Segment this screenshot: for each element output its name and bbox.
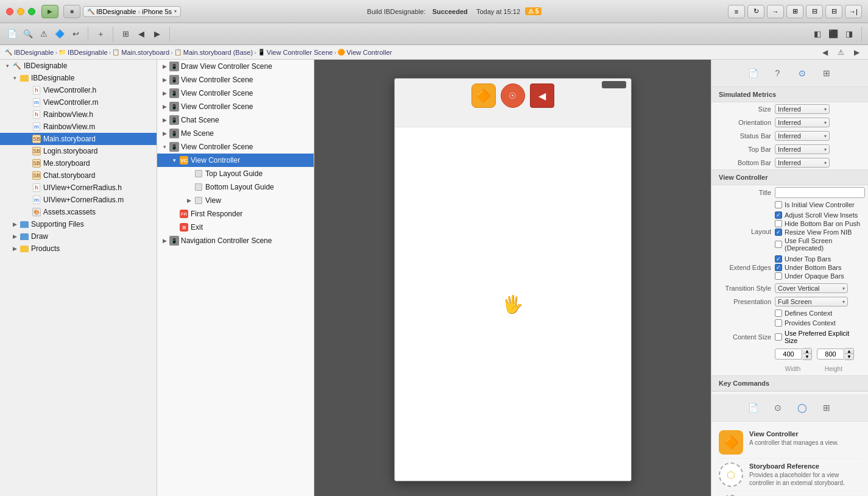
breadcrumb-back[interactable]: ◀ [818,46,831,59]
outline-view-controller[interactable]: ▾ VC View Controller [157,154,314,167]
outline-view[interactable]: ▶ View [157,194,314,207]
sidebar-item-viewcontroller-h[interactable]: h ViewController.h [0,84,157,96]
layout3-button[interactable]: ⊟ [825,5,842,18]
breadcrumb-base[interactable]: 📋 Main.storyboard (Base) [174,49,253,56]
provides-context-checkbox[interactable] [775,319,782,327]
sidebar-item-supporting-files[interactable]: ▶ Supporting Files [0,218,157,230]
breadcrumb-ibdesignable1[interactable]: 🔨 IBDesignable [5,49,54,56]
defines-context-checkbox[interactable] [775,310,782,317]
outline-nav-controller-scene[interactable]: ▶ 📱 Navigation Controller Scene [157,234,314,247]
breadcrumb-vc[interactable]: 🟠 View Controller [337,49,392,56]
outline-chat-scene[interactable]: ▶ 📱 Chat Scene [157,113,314,127]
sidebar-item-assets[interactable]: 🎨 Assets.xcassets [0,206,157,218]
layout2-button[interactable]: ⊟ [806,5,823,18]
width-input[interactable] [775,349,802,360]
height-input[interactable] [817,349,844,360]
height-up[interactable]: ▲ [845,349,853,354]
outline-exit[interactable]: ⊠ Exit [157,221,314,234]
under-bottom-bars-checkbox[interactable] [775,264,782,271]
obj-lib-circle-btn[interactable]: ◯ [794,399,811,416]
use-preferred-explicit-size-checkbox[interactable] [775,333,782,341]
outline-first-responder[interactable]: FR First Responder [157,207,314,221]
size-select[interactable]: Inferred ▾ [775,104,830,114]
transition-style-select[interactable]: Cover Vertical ▾ [775,283,848,293]
title-input[interactable] [775,187,865,198]
breadcrumb-forward[interactable]: ▶ [850,46,863,59]
scheme-selector[interactable]: 🔨 IBDesignable › iPhone 5s ▾ [83,6,181,17]
warning-badge[interactable]: ⚠ 5 [525,7,542,15]
use-full-screen-checkbox[interactable] [775,241,782,248]
minimize-button[interactable] [17,8,24,15]
bottom-bar-select[interactable]: Inferred ▾ [775,158,830,168]
sidebar-item-viewcontroller-m[interactable]: m ViewController.m [0,96,157,108]
breakpoint-button[interactable]: 🔷 [52,27,67,41]
stop-button[interactable]: ■ [63,5,80,18]
sidebar-item-rainbowview-m[interactable]: m RainbowView.m [0,121,157,133]
obj-lib-file-btn[interactable]: 📄 [745,399,762,416]
sidebar-item-draw[interactable]: ▶ Draw [0,230,157,243]
presentation-select[interactable]: Full Screen ▾ [775,297,848,306]
sidebar-item-ibdesignable-group[interactable]: ▾ IBDesignable [0,72,157,84]
height-stepper[interactable]: ▲ ▼ [845,348,854,360]
breadcrumb-warning[interactable]: ⚠ [834,46,847,59]
sidebar-item-products[interactable]: ▶ Products [0,243,157,255]
breadcrumb-ibdesignable2[interactable]: 📁 IBDesignable [58,49,107,56]
outline-vc-scene-1[interactable]: ▶ 📱 View Controller Scene [157,73,314,87]
sidebar-item-uiview-m[interactable]: m UIView+CornerRadius.m [0,194,157,206]
obj-lib-grid-btn[interactable]: ⊞ [818,399,835,416]
status-bar-select[interactable]: Inferred ▾ [775,131,830,141]
forward-button[interactable]: → [767,5,784,18]
close-button[interactable] [6,8,13,15]
panel-left-button[interactable]: ◧ [810,27,825,41]
nav-back-button[interactable]: ≡ [728,5,745,18]
search-button[interactable]: 🔍 [21,27,35,41]
is-initial-vc-checkbox[interactable] [775,201,782,208]
zoom-button[interactable] [28,8,35,15]
adjust-scroll-checkbox[interactable] [775,211,782,219]
sidebar-item-main-storyboard[interactable]: SB Main.storyboard [0,133,157,145]
breadcrumb-vc-scene[interactable]: 📱 View Controller Scene [258,49,333,56]
new-button[interactable]: 📄 [5,27,19,41]
disclosure-products[interactable]: ▶ [10,246,19,252]
disclosure-root[interactable]: ▾ [2,63,12,69]
add-button[interactable]: ＋ [93,27,108,41]
refresh-button[interactable]: ↻ [747,5,764,18]
height-down[interactable]: ▼ [845,354,853,360]
outline-draw-vc-scene[interactable]: ▶ 📱 Draw View Controller Scene [157,60,314,73]
outline-vc-scene-expanded[interactable]: ▾ 📱 View Controller Scene [157,140,314,154]
outline-top-layout-guide[interactable]: Top Layout Guide [157,167,314,180]
under-opaque-bars-checkbox[interactable] [775,272,782,280]
sidebar-item-root[interactable]: ▾ 🔨 IBDesignable [0,60,157,72]
panel-right-button[interactable]: ◨ [842,27,856,41]
sidebar-item-uiview-h[interactable]: h UIView+CornerRadius.h [0,182,157,194]
obj-lib-widget-btn[interactable]: ⊙ [769,399,786,416]
disclosure-draw[interactable]: ▶ [10,233,19,239]
grid-view-button[interactable]: ⊞ [118,27,133,41]
fwd-nav-button[interactable]: ▶ [150,27,164,41]
layout4-button[interactable]: →| [845,5,862,18]
inspector-identity-btn[interactable]: ⊙ [794,65,811,82]
outline-me-scene[interactable]: ▶ 📱 Me Scene [157,127,314,140]
sidebar-item-login-storyboard[interactable]: SB Login.storyboard [0,145,157,157]
width-up[interactable]: ▲ [803,349,811,354]
inspector-file-btn[interactable]: 📄 [745,65,762,82]
breadcrumb-mainstoryboard[interactable]: 📋 Main.storyboard [112,49,169,56]
inspector-quick-btn[interactable]: ? [769,65,786,82]
sidebar-item-me-storyboard[interactable]: SB Me.storyboard [0,157,157,169]
outline-vc-scene-2[interactable]: ▶ 📱 View Controller Scene [157,87,314,100]
under-top-bars-checkbox[interactable] [775,255,782,263]
width-down[interactable]: ▼ [803,354,811,360]
orientation-select[interactable]: Inferred ▾ [775,118,830,127]
width-stepper[interactable]: ▲ ▼ [803,348,812,360]
sidebar-item-rainbowview-h[interactable]: h RainbowView.h [0,108,157,121]
inspector-attributes-btn[interactable]: ⊞ [818,65,835,82]
top-bar-select[interactable]: Inferred ▾ [775,144,830,154]
outline-vc-scene-3[interactable]: ▶ 📱 View Controller Scene [157,100,314,113]
disclosure-supporting[interactable]: ▶ [10,221,19,227]
panel-bottom-button[interactable]: ⬛ [826,27,841,41]
layout-button[interactable]: ⊞ [786,5,803,18]
resize-view-checkbox[interactable] [775,229,782,236]
run-button[interactable]: ▶ [41,5,58,18]
undo-button[interactable]: ↩ [68,27,83,41]
sidebar-item-chat-storyboard[interactable]: SB Chat.storyboard [0,169,157,182]
